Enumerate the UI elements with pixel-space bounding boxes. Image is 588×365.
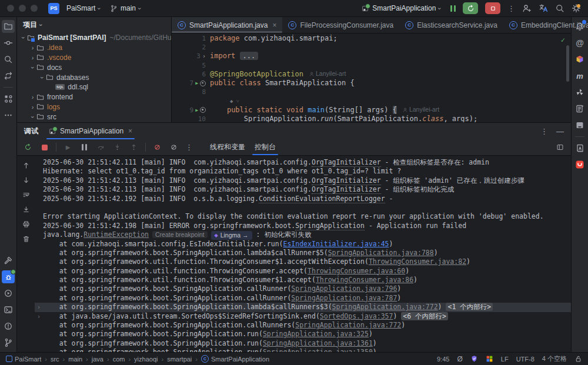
create-breakpoint-hint[interactable]: Create breakpoint — [152, 231, 207, 238]
breadcrumb-item[interactable]: CSmartPaiApplication — [201, 355, 269, 363]
security-shield-icon[interactable] — [470, 355, 478, 363]
stack-frame-link[interactable]: ThrowingConsumer.java:60 — [308, 267, 405, 275]
step-over-icon[interactable] — [96, 142, 106, 152]
stack-frame-link[interactable]: SpringApplication.java:772 — [332, 303, 438, 311]
hide-panel-icon[interactable]: — — [556, 127, 564, 136]
up-stack-trace-icon[interactable] — [21, 160, 31, 170]
line-ending-indicator[interactable]: LF — [501, 356, 509, 363]
chevron-down-icon[interactable]: › — [38, 24, 44, 26]
search-everywhere-icon[interactable] — [555, 4, 564, 13]
tree-expand-arrow[interactable]: › — [29, 54, 36, 61]
stack-frame-link[interactable]: SortedOps.java:357 — [320, 312, 393, 320]
running-gutter-icon[interactable] — [200, 107, 206, 113]
tree-expand-arrow[interactable]: › — [39, 73, 46, 81]
debug-options-kebab[interactable]: ⋮ — [540, 127, 548, 136]
stack-frame-link[interactable]: SpringApplication.java:1361 — [263, 339, 373, 347]
stack-frame-link[interactable]: SpringApplication.java:796 — [291, 284, 397, 293]
tree-row[interactable]: ›PaiSmart [SmartPAI]~/Documents/GitHub/P… — [17, 33, 171, 43]
stack-frame-link[interactable]: EsIndexInitializer.java:45 — [283, 240, 389, 248]
indent-indicator[interactable]: 4 个空格 — [542, 354, 567, 363]
stack-frame-link[interactable]: RuntimeException — [83, 230, 149, 239]
dependencies-cube-icon[interactable] — [573, 53, 586, 66]
tree-row[interactable]: ›databases — [17, 72, 171, 82]
code-line[interactable]: 3›import ... — [172, 52, 571, 61]
tree-expand-arrow[interactable]: › — [29, 113, 36, 120]
debug-toolwindow-button[interactable] — [2, 270, 15, 283]
code-line[interactable]: 2 — [172, 43, 571, 52]
run-gutter-icon[interactable]: ▶ — [195, 106, 198, 115]
code-line[interactable]: 5 — [172, 61, 571, 70]
plugin-squares-icon[interactable] — [486, 355, 493, 363]
soft-wrap-icon[interactable] — [21, 190, 31, 200]
find-toolwindow-button[interactable] — [2, 53, 15, 66]
build-toolwindow-button[interactable] — [2, 254, 15, 267]
lingma-chip[interactable]: ◆Lingma → — [211, 231, 252, 240]
console-fold-arrow[interactable]: › — [35, 303, 43, 312]
highlighting-level-icon[interactable]: Ø — [457, 355, 462, 363]
code-line[interactable]: 7▶public class SmartPaiApplication { — [172, 79, 571, 88]
version-control-toolwindow-button[interactable] — [2, 336, 15, 349]
code-line[interactable]: 10 SpringApplication.run(SmartPaiApplica… — [172, 115, 571, 122]
tree-row[interactable]: SQLddl.sql — [17, 82, 171, 92]
pull-requests-toolwindow-button[interactable] — [2, 69, 15, 82]
tree-expand-arrow[interactable]: › — [29, 103, 36, 110]
breadcrumb-item[interactable]: com — [113, 356, 125, 363]
ai-notes-icon[interactable] — [573, 102, 586, 115]
tree-row[interactable]: ›.vscode — [17, 53, 171, 63]
dictionary-translation-icon[interactable] — [573, 142, 586, 155]
breadcrumb-item[interactable]: yizhaoqi — [134, 356, 158, 363]
scroll-to-end-icon[interactable] — [21, 205, 31, 215]
copilot-pinwheel-icon[interactable] — [573, 86, 586, 99]
print-icon[interactable] — [21, 219, 31, 229]
codelens-inlay[interactable]: ◆ ˅ — [210, 98, 239, 104]
debug-session-tab[interactable]: SmartPaiApplication × — [46, 123, 135, 139]
code-editor[interactable]: 1package com.yizhaoqi.smartpai;23›import… — [172, 34, 571, 122]
encoding-indicator[interactable]: UTF-8 — [516, 356, 534, 363]
down-stack-trace-icon[interactable] — [21, 175, 31, 185]
notifications-bell-icon[interactable] — [573, 20, 586, 33]
tree-row[interactable]: ›.idea — [17, 43, 171, 53]
tree-row[interactable]: ›logs — [17, 102, 171, 112]
caret-position[interactable]: 9:45 — [437, 356, 449, 363]
unlock-icon[interactable] — [574, 355, 582, 363]
code-line[interactable]: 9▶ public static void main(String[] args… — [172, 106, 571, 115]
breadcrumb-item[interactable]: PaiSmart — [6, 356, 41, 363]
stack-frame-link[interactable]: SpringApplication.java:772 — [295, 321, 401, 329]
stop-icon[interactable] — [39, 142, 49, 152]
tree-row[interactable]: ›frontend — [17, 92, 171, 102]
breadcrumb-item[interactable]: main — [68, 356, 82, 363]
folded-frames-chip[interactable]: <1 个内部行> — [446, 303, 493, 311]
inspections-ok-icon[interactable]: ✓ — [561, 36, 565, 45]
breadcrumb-item[interactable]: src — [51, 356, 59, 363]
problems-toolwindow-button[interactable] — [2, 320, 15, 333]
breadcrumb-item[interactable]: java — [92, 356, 103, 363]
step-out-icon[interactable] — [129, 142, 139, 152]
vcs-branch-widget[interactable]: main› — [108, 3, 143, 14]
code-line[interactable]: ◆ ˅ — [172, 96, 571, 105]
maven-toolwindow-icon[interactable]: m — [573, 69, 586, 82]
pause-program-button[interactable] — [450, 5, 456, 12]
pause-program-icon[interactable] — [79, 142, 89, 152]
settings-gear-icon[interactable] — [572, 4, 581, 13]
ai-assistant-icon[interactable]: @ — [573, 36, 586, 49]
stack-frame-link[interactable]: SpringApplication.java:787 — [291, 294, 397, 302]
code-line[interactable]: 6@SpringBootApplicationLanyilei-art — [172, 70, 571, 79]
more-toolwindows-button[interactable] — [2, 109, 15, 122]
stop-button[interactable] — [485, 2, 500, 14]
debug-view-tab[interactable]: 线程和变量 — [205, 139, 250, 155]
code-line[interactable]: 8 — [172, 88, 571, 96]
debug-view-tab[interactable]: 控制台 — [250, 139, 280, 155]
stack-frame-link[interactable]: SpringApplication.java:788 — [328, 249, 434, 257]
rerun-icon[interactable] — [23, 142, 33, 152]
folded-frames-chip[interactable]: <6 个内部行> — [401, 312, 448, 320]
project-toolwindow-button[interactable] — [2, 20, 15, 33]
terminal-toolwindow-button[interactable] — [2, 303, 15, 316]
window-controls[interactable] — [7, 5, 38, 12]
editor-tab[interactable]: CSmartPaiApplication.java× — [172, 17, 282, 33]
console-fold-arrow[interactable]: › — [35, 312, 43, 321]
tree-expand-arrow[interactable]: › — [29, 93, 36, 101]
project-widget[interactable]: PaiSmart› — [64, 3, 103, 14]
stack-frame-link[interactable]: ThrowingConsumer.java:86 — [316, 276, 413, 284]
tree-expand-arrow[interactable]: › — [29, 63, 36, 71]
step-into-icon[interactable] — [112, 142, 122, 152]
